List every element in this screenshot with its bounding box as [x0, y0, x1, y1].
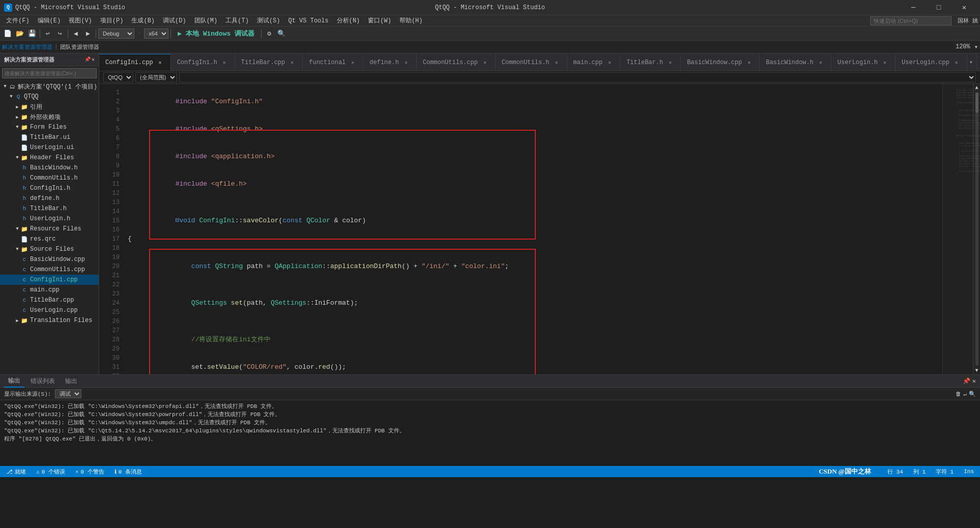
menu-window[interactable]: 窗口(W): [364, 15, 395, 26]
tree-configini-h[interactable]: h ConfigIni.h: [0, 183, 99, 193]
team-tab[interactable]: 团队资源管理器: [60, 43, 99, 51]
status-row[interactable]: 行 34: [885, 466, 905, 477]
tab-configini-h[interactable]: ConfigIni.h ✕: [171, 54, 235, 71]
tree-userlogin-ui[interactable]: 📄 UserLogin.ui: [0, 142, 99, 153]
tab-close-icon[interactable]: ✕: [953, 58, 961, 67]
tab-userlogin-cpp[interactable]: UserLogin.cpp ✕: [896, 54, 967, 71]
toolbar-undo[interactable]: ↩: [42, 28, 53, 39]
tree-userlogin-cpp[interactable]: c UserLogin.cpp: [0, 305, 99, 315]
menu-help[interactable]: 帮助(H): [395, 15, 427, 26]
menu-file[interactable]: 文件(F): [2, 15, 34, 26]
code-content[interactable]: #include "ConfigIni.h" #include <qSettin…: [124, 84, 942, 374]
status-messages[interactable]: ℹ 0 条消息: [112, 466, 144, 477]
tree-basicwindow-h[interactable]: h BasicWindow.h: [0, 163, 99, 173]
run-button[interactable]: ▶ 本地 Windows 调试器: [173, 28, 259, 39]
toolbar-more2[interactable]: 🔍: [276, 28, 287, 39]
tab-main-cpp[interactable]: main.cpp ✕: [567, 54, 621, 71]
sidebar-search-input[interactable]: [2, 68, 97, 78]
tab-close-icon[interactable]: ✕: [606, 58, 614, 67]
output-tab2[interactable]: 输出: [61, 375, 81, 388]
tree-main-cpp[interactable]: c main.cpp: [0, 285, 99, 295]
output-tab[interactable]: 输出: [4, 375, 24, 388]
tree-userlogin-h[interactable]: h UserLogin.h: [0, 214, 99, 224]
menu-test[interactable]: 测试(S): [253, 15, 284, 26]
tab-close-icon[interactable]: ✕: [220, 58, 228, 67]
config-dropdown[interactable]: Debug Release: [98, 28, 134, 39]
menu-analyze[interactable]: 分析(N): [333, 15, 364, 26]
panel-pin-icon[interactable]: 📌: [963, 377, 970, 385]
code-nav-symbol[interactable]: [179, 72, 976, 82]
status-branch[interactable]: ⎇ 就绪: [4, 466, 28, 477]
tree-header-files[interactable]: ▼ 📁 Header Files: [0, 153, 99, 163]
status-errors[interactable]: ⚠ 0 个错误: [34, 466, 67, 477]
code-editor[interactable]: 1 2 3 4 5 6 7 8 9 10 11 12 13 14 15 16 1: [99, 84, 980, 374]
status-warnings[interactable]: ⚡ 0 个警告: [73, 466, 106, 477]
toolbar-more1[interactable]: ⚙: [264, 28, 275, 39]
output-source-select[interactable]: 调试 生成: [55, 389, 81, 398]
solution-tab[interactable]: 解决方案资源管理器: [2, 43, 52, 51]
quick-launch-input[interactable]: [870, 16, 952, 25]
status-char[interactable]: 字符 1: [934, 466, 956, 477]
tree-basicwindow-cpp[interactable]: c BasicWindow.cpp: [0, 254, 99, 265]
tab-titlebar-h[interactable]: TitleBar.h ✕: [620, 54, 681, 71]
tree-external-deps[interactable]: ▶ 📁 外部依赖项: [0, 112, 99, 122]
tree-project[interactable]: ▼ Q QTQQ: [0, 92, 99, 102]
menu-qtvs[interactable]: Qt VS Tools: [284, 15, 332, 26]
tab-close-icon[interactable]: ✕: [745, 58, 753, 67]
tree-configini-cpp[interactable]: c ConfigIni.cpp: [0, 275, 99, 285]
tab-close-icon[interactable]: ✕: [553, 58, 561, 67]
toolbar-save[interactable]: 💾: [26, 28, 38, 39]
tab-functional[interactable]: functional ✕: [303, 54, 363, 71]
output-find-btn[interactable]: 🔍: [969, 391, 976, 397]
tree-titlebar-ui[interactable]: 📄 TitleBar.ui: [0, 132, 99, 142]
output-clear-btn[interactable]: 🗑: [956, 391, 961, 397]
tree-commonutils-cpp[interactable]: c CommonUtils.cpp: [0, 265, 99, 275]
toolbar-open[interactable]: 📂: [14, 28, 25, 39]
menu-project[interactable]: 项目(P): [96, 15, 128, 26]
toolbar-forward[interactable]: ▶: [82, 28, 94, 39]
panel-close-icon[interactable]: ✕: [972, 377, 976, 385]
restore-button[interactable]: □: [927, 0, 950, 15]
code-nav-scope[interactable]: (全局范围): [135, 72, 177, 82]
tree-source-files[interactable]: ▼ 📁 Source Files: [0, 244, 99, 254]
menu-debug[interactable]: 调试(D): [159, 15, 190, 26]
tree-res-qrc[interactable]: 📄 res.qrc: [0, 234, 99, 244]
tab-close-icon[interactable]: ✕: [156, 58, 164, 67]
tree-titlebar-h[interactable]: h TitleBar.h: [0, 203, 99, 214]
tree-commonutils-h[interactable]: h CommonUtils.h: [0, 173, 99, 183]
minimize-button[interactable]: ─: [902, 0, 925, 15]
tree-define-h[interactable]: h define.h: [0, 193, 99, 203]
tree-titlebar-cpp[interactable]: c TitleBar.cpp: [0, 295, 99, 305]
tab-close-icon[interactable]: ✕: [666, 58, 674, 67]
scroll-down-button[interactable]: ▼: [975, 368, 978, 373]
tab-userlogin-h[interactable]: UserLogin.h ✕: [831, 54, 896, 71]
close-button[interactable]: ✕: [953, 0, 976, 15]
tab-commonutils-cpp[interactable]: CommonUtils.cpp ✕: [417, 54, 496, 71]
tab-basicwindow-cpp[interactable]: BasicWindow.cpp ✕: [681, 54, 760, 71]
tab-close-icon[interactable]: ✕: [349, 58, 357, 67]
menu-build[interactable]: 生成(B): [127, 15, 159, 26]
tab-basicwindow-h[interactable]: BasicWindow.h ✕: [760, 54, 831, 71]
tree-references[interactable]: ▶ 📁 引用: [0, 102, 99, 112]
platform-dropdown[interactable]: x64 x86: [144, 28, 168, 39]
tab-close-icon[interactable]: ✕: [481, 58, 489, 67]
tab-titlebar-cpp[interactable]: TitleBar.cpp ✕: [235, 54, 303, 71]
tab-define-h[interactable]: define.h ✕: [363, 54, 417, 71]
code-nav-project[interactable]: QtQQ: [103, 72, 133, 82]
toolbar-new[interactable]: 📄: [2, 28, 13, 39]
tree-form-files[interactable]: ▼ 📁 Form Files: [0, 122, 99, 132]
sidebar-close-icon[interactable]: ✕: [92, 56, 95, 63]
status-ins[interactable]: Ins: [962, 466, 976, 477]
status-col[interactable]: 列 1: [911, 466, 928, 477]
tree-solution-root[interactable]: ▼ 🗂 解决方案'QTQQ'(1 个项目): [0, 81, 99, 92]
tab-close-icon[interactable]: ✕: [817, 58, 825, 67]
toolbar-back[interactable]: ◀: [70, 28, 81, 39]
menu-team[interactable]: 团队(M): [190, 15, 222, 26]
tree-translation-files[interactable]: ▶ 📁 Translation Files: [0, 315, 99, 326]
tab-overflow[interactable]: ▾: [967, 54, 977, 71]
error-list-tab[interactable]: 错误列表: [26, 375, 59, 388]
output-word-wrap-btn[interactable]: ↵: [963, 391, 967, 397]
pin-icon[interactable]: 📌: [84, 56, 91, 63]
scroll-track[interactable]: [975, 93, 978, 366]
tab-commonutils-h[interactable]: CommonUtils.h ✕: [496, 54, 567, 71]
